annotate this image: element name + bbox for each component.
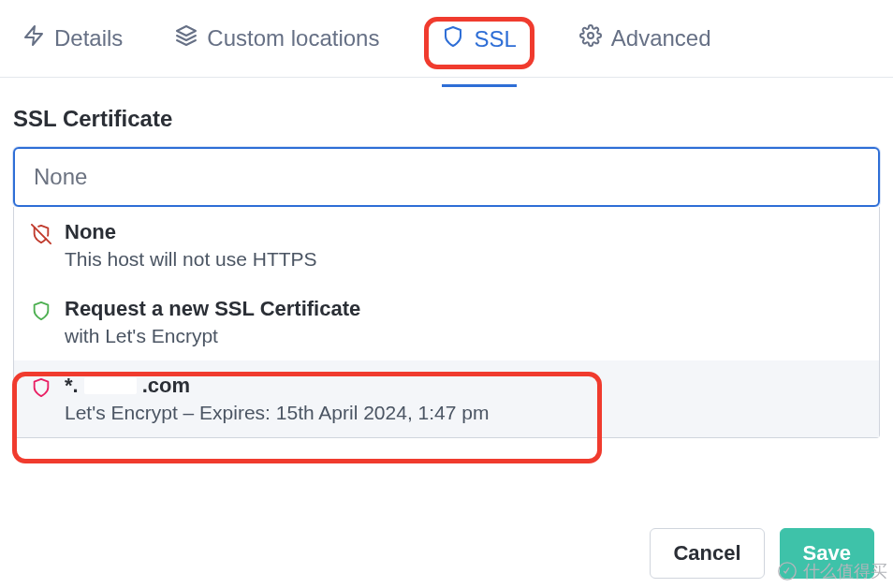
redacted-domain: [84, 377, 137, 394]
option-subtitle: Let's Encrypt – Expires: 15th April 2024…: [65, 402, 862, 424]
option-text: *. .com Let's Encrypt – Expires: 15th Ap…: [65, 374, 862, 424]
option-existing-cert[interactable]: *. .com Let's Encrypt – Expires: 15th Ap…: [14, 360, 879, 437]
option-title: *. .com: [65, 374, 862, 398]
tab-label: Advanced: [611, 25, 711, 51]
option-text: Request a new SSL Certificate with Let's…: [65, 297, 862, 347]
cert-domain-suffix: .com: [142, 374, 190, 398]
footer-buttons: Cancel Save: [650, 528, 874, 579]
option-subtitle: with Let's Encrypt: [65, 325, 862, 347]
option-text: None This host will not use HTTPS: [65, 220, 862, 271]
tab-label: Custom locations: [207, 25, 379, 51]
shield-icon: [31, 377, 51, 402]
tab-advanced[interactable]: Advanced: [572, 19, 719, 75]
option-title: Request a new SSL Certificate: [65, 297, 862, 321]
save-button[interactable]: Save: [780, 528, 874, 579]
tab-details[interactable]: Details: [15, 19, 130, 75]
gear-icon: [579, 24, 602, 52]
tab-label: Details: [54, 25, 123, 51]
cancel-button[interactable]: Cancel: [650, 528, 764, 579]
tab-custom-locations[interactable]: Custom locations: [168, 19, 387, 75]
option-subtitle: This host will not use HTTPS: [65, 248, 862, 271]
tabs-bar: Details Custom locations SSL Advanced: [0, 0, 893, 78]
svg-marker-1: [177, 26, 196, 36]
tab-ssl-highlight: SSL: [424, 17, 534, 69]
shield-icon: [442, 25, 464, 53]
shield-icon: [31, 301, 51, 325]
cert-domain-prefix: *.: [65, 374, 79, 398]
svg-point-2: [588, 33, 593, 38]
shield-off-icon: [31, 224, 51, 248]
tab-ssl[interactable]: SSL: [434, 22, 523, 65]
option-request-new[interactable]: Request a new SSL Certificate with Let's…: [14, 284, 879, 360]
selected-value: None: [34, 164, 87, 189]
svg-marker-0: [25, 26, 42, 45]
section-label: SSL Certificate: [13, 106, 880, 132]
layers-icon: [175, 24, 198, 52]
option-none[interactable]: None This host will not use HTTPS: [14, 207, 879, 284]
ssl-dropdown: None This host will not use HTTPS Reques…: [13, 207, 880, 438]
bolt-icon: [22, 24, 45, 52]
tab-label: SSL: [474, 26, 516, 52]
ssl-section: SSL Certificate None: [0, 78, 893, 207]
option-title: None: [65, 220, 862, 244]
ssl-certificate-select[interactable]: None: [13, 147, 880, 207]
